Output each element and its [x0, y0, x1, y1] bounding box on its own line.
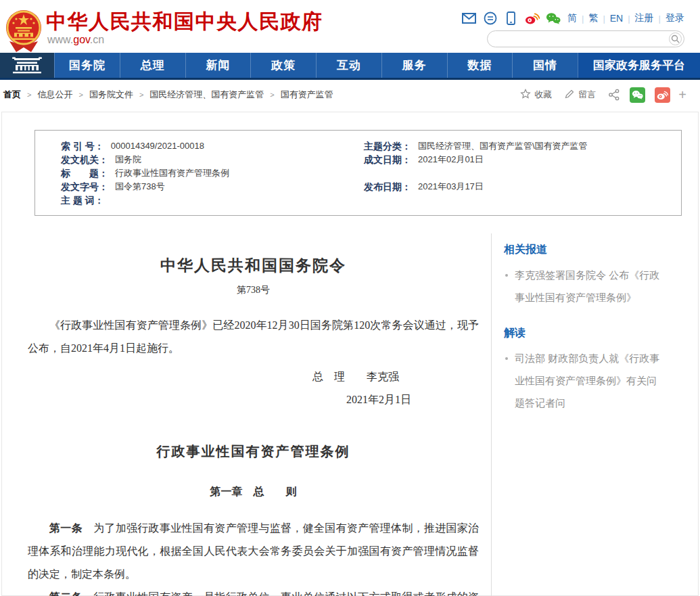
nav-item-national-conditions[interactable]: 国情 [512, 53, 578, 78]
lang-simplified[interactable]: 简 [567, 12, 577, 24]
interpretation-heading[interactable]: 解读 [504, 326, 664, 340]
bullet-icon [505, 274, 508, 277]
weibo-share-button[interactable] [655, 87, 670, 103]
favorite-button[interactable]: 收藏 [520, 89, 552, 101]
meta-value: 国民经济管理、国有资产监管\国有资产监管 [418, 139, 588, 153]
meta-row-title: 标 题： 行政事业性国有资产管理条例 [61, 166, 364, 180]
meta-label: 主 题 词： [61, 193, 104, 207]
nav-item-interaction[interactable]: 互动 [316, 53, 381, 78]
related-reports-heading[interactable]: 相关报道 [504, 243, 664, 257]
meta-label: 发布日期： [364, 180, 411, 193]
meta-row-index: 索 引 号： 000014349/2021-00018 [61, 139, 364, 153]
content-panel: 索 引 号： 000014349/2021-00018 发文机关： 国务院 标 … [1, 112, 699, 596]
interpretation-text[interactable]: 司法部 财政部负责人就《行政事业性国有资产管理条例》有关问题答记者问 [515, 347, 664, 414]
meta-value: 000014349/2021-00018 [111, 139, 204, 153]
meta-value: 2021年02月01日 [418, 153, 484, 166]
decree-title: 中华人民共和国国务院令 [28, 255, 479, 276]
wechat-share-button[interactable] [630, 87, 645, 103]
breadcrumb-bar: 首页 > 信息公开 > 国务院文件 > 国民经济管理、国有资产监管 > 国有资产… [0, 80, 700, 110]
meta-label: 成文日期： [364, 153, 411, 166]
weibo-icon[interactable] [525, 11, 540, 26]
nav-home-button[interactable] [0, 53, 54, 78]
sidebar: 相关报道 李克强签署国务院令 公布《行政事业性国有资产管理条例》 解读 司法部 … [491, 233, 698, 596]
meta-label: 标 题： [61, 166, 108, 180]
wechat-icon[interactable] [546, 11, 561, 26]
breadcrumb-state-council-docs[interactable]: 国务院文件 [89, 89, 133, 101]
bullet-icon [505, 357, 508, 360]
article-2-text: 行政事业性国有资产，是指行政单位、事业单位通过以下方式取得或者形成的资产： [28, 591, 479, 596]
breadcrumb-asset-supervision[interactable]: 国有资产监管 [281, 89, 333, 101]
meta-row-issuing-authority: 发文机关： 国务院 [61, 153, 364, 166]
header-quick-links: 简 | 繁 | EN | 注册 | 登录 [456, 11, 684, 26]
meta-value: 国令第738号 [115, 180, 165, 193]
pencil-icon [564, 89, 575, 101]
article-1-paragraph: 第一条 为了加强行政事业性国有资产管理与监督，健全国有资产管理体制，推进国家治理… [28, 517, 479, 586]
search-icon[interactable] [669, 32, 682, 45]
share-icon[interactable] [608, 89, 620, 101]
decree-number: 第738号 [28, 284, 479, 296]
more-share-button[interactable]: + [678, 88, 686, 101]
main-nav: 国务院 总理 新闻 政策 互动 服务 数据 国情 国家政务服务平台 [0, 53, 700, 80]
mail-icon[interactable] [462, 11, 477, 26]
article-1-text: 为了加强行政事业性国有资产管理与监督，健全国有资产管理体制，推进国家治理体系和治… [28, 522, 479, 580]
login-link[interactable]: 登录 [666, 12, 684, 24]
site-header: 中华人民共和国中央人民政府 www.gov.cn 简 | 繁 | EN | 注册… [0, 0, 700, 53]
meta-row-keywords: 主 题 词： [61, 193, 364, 207]
nav-item-data[interactable]: 数据 [447, 53, 513, 78]
national-emblem-logo[interactable] [4, 9, 43, 53]
meta-value: 国务院 [115, 153, 141, 166]
article-2-paragraph: 第二条 行政事业性国有资产，是指行政单位、事业单位通过以下方式取得或者形成的资产… [28, 586, 479, 596]
signature-line: 总 理 李克强 [28, 365, 479, 388]
meta-value: 行政事业性国有资产管理条例 [115, 166, 229, 180]
meta-row-spacer [364, 166, 681, 180]
breadcrumb-info-disclosure[interactable]: 信息公开 [37, 89, 72, 101]
nav-item-services[interactable]: 服务 [381, 53, 447, 78]
register-link[interactable]: 注册 [635, 12, 654, 24]
regulation-title: 行政事业性国有资产管理条例 [28, 442, 479, 461]
interpretation-link[interactable]: 司法部 财政部负责人就《行政事业性国有资产管理条例》有关问题答记者问 [504, 347, 664, 414]
star-icon [520, 89, 531, 101]
related-report-link[interactable]: 李克强签署国务院令 公布《行政事业性国有资产管理条例》 [504, 264, 664, 308]
language-links: 简 | 繁 | EN | 注册 | 登录 [567, 12, 684, 24]
meta-row-publish-date: 发布日期： 2021年03月17日 [364, 180, 681, 193]
article-2-label: 第二条 [49, 591, 83, 596]
search-input[interactable] [488, 32, 669, 46]
site-title[interactable]: 中华人民共和国中央人民政府 [46, 8, 323, 36]
meta-label: 索 引 号： [61, 139, 104, 153]
signature-date: 2021年2月1日 [28, 388, 479, 411]
document-meta-table: 索 引 号： 000014349/2021-00018 发文机关： 国务院 标 … [34, 130, 682, 216]
meta-row-doc-number: 发文字号： 国令第738号 [61, 180, 364, 193]
site-url[interactable]: www.gov.cn [47, 34, 104, 46]
article-1-label: 第一条 [49, 522, 83, 534]
meta-row-written-date: 成文日期： 2021年02月01日 [364, 153, 681, 166]
breadcrumb-home[interactable]: 首页 [3, 89, 21, 101]
meta-value: 2021年03月17日 [418, 180, 484, 193]
search-box[interactable] [487, 30, 684, 47]
chapter-title: 第一章 总 则 [28, 485, 479, 499]
tiananmen-icon [11, 55, 43, 76]
message-icon[interactable] [483, 11, 498, 26]
mobile-icon[interactable] [504, 11, 519, 26]
page-actions: 收藏 留言 + [508, 87, 686, 103]
announcement-paragraph: 《行政事业性国有资产管理条例》已经2020年12月30日国务院第120次常务会议… [28, 314, 479, 360]
nav-item-gov-service-platform[interactable]: 国家政务服务平台 [578, 53, 700, 78]
meta-row-subject-category: 主题分类： 国民经济管理、国有资产监管\国有资产监管 [364, 139, 681, 153]
meta-label: 发文字号： [61, 180, 108, 193]
meta-label: 发文机关： [61, 153, 108, 166]
nav-item-state-council[interactable]: 国务院 [54, 53, 120, 78]
related-report-text[interactable]: 李克强签署国务院令 公布《行政事业性国有资产管理条例》 [515, 264, 664, 308]
lang-traditional[interactable]: 繁 [588, 12, 598, 24]
comment-button[interactable]: 留言 [564, 89, 596, 101]
nav-item-policy[interactable]: 政策 [250, 53, 316, 78]
nav-item-news[interactable]: 新闻 [185, 53, 251, 78]
nav-item-premier[interactable]: 总理 [120, 53, 185, 78]
lang-english[interactable]: EN [610, 13, 623, 24]
meta-label: 主题分类： [364, 139, 411, 153]
document-body: 中华人民共和国国务院令 第738号 《行政事业性国有资产管理条例》已经2020年… [2, 233, 491, 596]
breadcrumb-economy-category[interactable]: 国民经济管理、国有资产监管 [149, 89, 264, 101]
